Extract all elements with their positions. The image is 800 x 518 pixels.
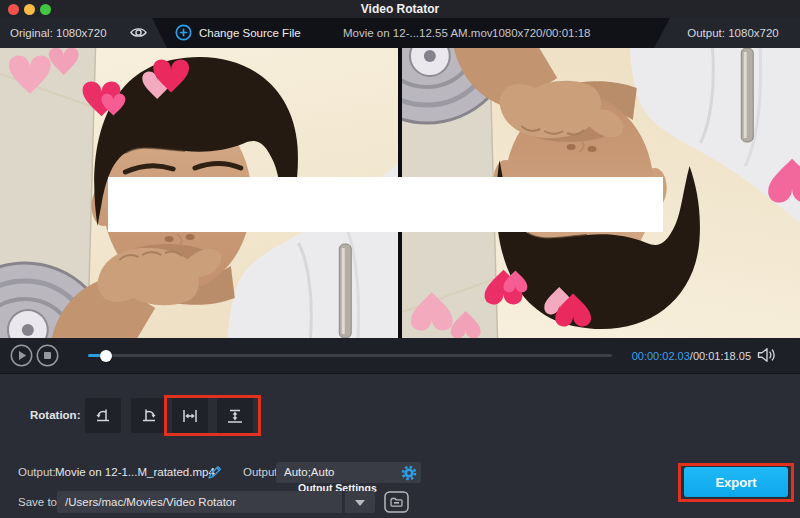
browse-folder-button[interactable] [384,491,409,513]
rotation-label: Rotation: [30,409,80,421]
window-title: Video Rotator [0,0,800,18]
watermark-band [108,177,663,232]
output-resolution-label: Output: 1080x720 [675,27,778,39]
bottom-panel: Rotation: [0,373,800,518]
time-display: 00:00:02.03/00:01:18.05 [632,338,776,373]
current-time: 00:00:02.03 [632,350,690,362]
seek-thumb[interactable] [100,350,112,362]
change-source-file-button[interactable]: Change Source File [175,18,301,48]
original-resolution-label: Original: 1080x720 [10,18,107,48]
output-format-dropdown[interactable]: Auto;Auto [276,462,421,483]
plus-circle-icon [175,24,192,43]
playback-controls: 00:00:02.03/00:01:18.05 [0,338,800,373]
chevron-down-icon[interactable] [355,500,365,506]
output-resolution-tab: Output: 1080x720 [654,18,800,48]
output-file-name: Movie on 12-1...M_ratated.mp4 [55,462,215,483]
field-divider [342,491,345,513]
save-to-label: Save to: [18,491,60,513]
save-path-input[interactable] [57,491,345,513]
stop-button[interactable] [36,344,59,371]
source-file-name: Movie on 12-...12.55 AM.mov [343,18,493,48]
total-time: /00:01:18.05 [690,350,751,362]
titlebar: Video Rotator [0,0,800,18]
save-path-field[interactable] [57,491,375,513]
eye-icon[interactable] [129,25,148,44]
source-file-meta: 1080x720/00:01:18 [492,18,590,48]
video-preview-area [0,48,800,338]
seek-slider[interactable] [88,354,612,357]
output-format-value: Auto;Auto [284,462,335,483]
flip-horizontal-button[interactable] [172,398,208,433]
video-rotator-window: Video Rotator Original: 1080x720 Change … [0,0,800,518]
output-file-label: Output: [18,462,56,483]
toolbar: Original: 1080x720 Change Source File Mo… [0,18,800,48]
export-button[interactable]: Export [684,467,788,497]
rotate-right-button[interactable] [131,398,167,433]
rotate-left-button[interactable] [85,398,121,433]
play-button[interactable] [10,344,33,371]
edit-filename-icon[interactable] [206,464,223,485]
change-source-label: Change Source File [199,27,301,39]
gear-icon[interactable] [401,465,417,485]
original-resolution-tab: Original: 1080x720 [0,18,167,48]
volume-icon[interactable] [757,346,776,366]
flip-vertical-button[interactable] [217,398,253,433]
